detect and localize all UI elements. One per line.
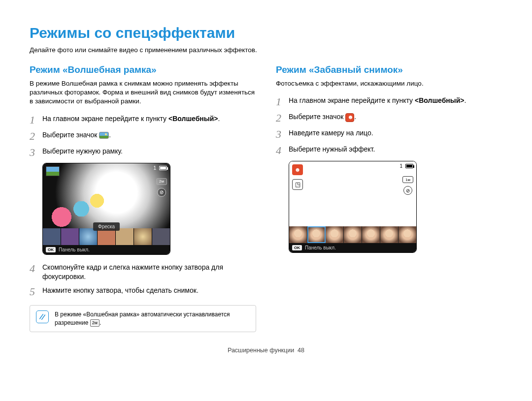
note-text-pre: В режиме «Волшебная рамка» автоматически… <box>55 311 230 326</box>
step-number: 3 <box>30 147 42 158</box>
flash-icon: ⊘ <box>157 188 166 197</box>
frame-thumb <box>43 228 61 245</box>
camera-preview: 1 2м ⊘ <box>43 163 170 228</box>
effect-thumb-selected <box>307 226 326 243</box>
step-text-post: . <box>465 96 466 104</box>
step-number: 1 <box>30 114 42 125</box>
bottom-bar: OK Панель выкл. <box>43 245 170 254</box>
step-1: 1 На главном экране перейдите к пункту <… <box>30 114 256 125</box>
panel-off-label: Панель выкл. <box>59 247 90 252</box>
side-toolbar: 2м ⊘ <box>156 178 167 197</box>
frame-thumb <box>61 228 79 245</box>
step-number: 2 <box>30 130 42 142</box>
effect-thumb <box>380 226 399 243</box>
bottom-bar: OK Панель выкл. <box>289 243 416 252</box>
step-2: 2 Выберите значок . <box>30 130 256 142</box>
page-subtitle: Делайте фото или снимайте видео с примен… <box>30 46 502 54</box>
step-number: 4 <box>30 263 42 274</box>
page-title: Режимы со спецэффектами <box>30 25 502 41</box>
shots-remaining: 1 <box>399 163 402 169</box>
effect-thumb <box>344 226 362 243</box>
step-4: 4 Выберите нужный эффект. <box>276 145 502 156</box>
side-toolbar: 1м ⊘ <box>402 176 413 195</box>
battery-icon <box>159 166 167 170</box>
screenshot-funny-shot: ☻ ◳ 1 1м ⊘ <box>289 161 417 253</box>
page-footer: Расширенные функции 48 <box>30 347 502 354</box>
heading-magic-frame: Режим «Волшебная рамка» <box>30 64 256 75</box>
step-5: 5 Нажмите кнопку затвора, чтобы сделать … <box>30 286 256 297</box>
note-text-post: . <box>100 319 101 326</box>
step-4: 4 Скомпонуйте кадр и слегка нажмите кноп… <box>30 263 256 281</box>
shots-remaining: 1 <box>153 165 156 171</box>
step-text: Выберите значок . <box>289 112 356 122</box>
note-text: В режиме «Волшебная рамка» автоматически… <box>55 310 250 326</box>
mode-icon: ☻ <box>292 164 303 175</box>
step-1: 1 На главном экране перейдите к пункту <… <box>276 96 502 107</box>
note-icon <box>36 310 49 323</box>
heading-funny-shot: Режим «Забавный снимок» <box>276 64 502 75</box>
step-text: На главном экране перейдите к пункту <Во… <box>42 114 220 123</box>
step-text-pre: Выберите значок <box>289 113 345 121</box>
screenshot-magic-frame: 1 2м ⊘ Фреска <box>42 163 170 255</box>
grid-icon: ◳ <box>292 179 303 190</box>
step-text-post: . <box>218 115 220 123</box>
step-text-bold: <Волшебный> <box>415 96 465 104</box>
step-text-post: . <box>354 113 356 121</box>
resolution-badge-inline: 2м <box>90 319 100 326</box>
section-funny-shot: Режим «Забавный снимок» Фотосъемка с эфф… <box>276 64 502 332</box>
step-number: 2 <box>276 112 289 123</box>
step-text: Выберите нужную рамку. <box>42 147 123 156</box>
ok-button-label: OK <box>292 245 302 250</box>
frame-thumb <box>134 228 152 245</box>
preview-artwork <box>43 179 117 228</box>
battery-icon <box>405 164 413 168</box>
panel-off-label: Панель выкл. <box>305 245 336 250</box>
step-text: Выберите значок . <box>42 130 111 140</box>
frame-thumbstrip <box>43 228 170 245</box>
mode-thumb-icon <box>46 166 60 176</box>
step-text-post: . <box>109 131 111 139</box>
frame-name-label: Фреска <box>93 222 120 231</box>
status-bar: 1 <box>153 165 167 171</box>
intro-funny-shot: Фотосъемка с эффектами, искажающими лицо… <box>276 79 502 88</box>
step-3: 3 Наведите камеру на лицо. <box>276 128 502 140</box>
footer-section: Расширенные функции <box>228 347 294 354</box>
frame-thumb <box>152 228 170 245</box>
step-number: 4 <box>276 145 289 156</box>
step-text: Скомпонуйте кадр и слегка нажмите кнопку… <box>42 263 256 281</box>
camera-preview: ☻ ◳ 1 1м ⊘ <box>289 161 416 226</box>
step-text: Нажмите кнопку затвора, чтобы сделать сн… <box>42 286 199 295</box>
status-bar: 1 <box>399 163 413 169</box>
step-number: 3 <box>276 128 289 140</box>
step-text-pre: Выберите значок <box>42 131 99 139</box>
funny-face-icon <box>345 113 354 122</box>
effect-thumbstrip <box>289 226 416 243</box>
step-text: Наведите камеру на лицо. <box>289 128 373 138</box>
flash-icon: ⊘ <box>403 186 412 195</box>
footer-page-number: 48 <box>298 347 304 354</box>
step-3: 3 Выберите нужную рамку. <box>30 147 256 158</box>
ok-button-label: OK <box>46 247 56 252</box>
resolution-badge: 1м <box>402 176 413 183</box>
step-text-bold: <Волшебный> <box>168 115 218 123</box>
step-number: 5 <box>30 286 42 297</box>
frame-thumb <box>98 228 116 245</box>
section-magic-frame: Режим «Волшебная рамка» В режиме Волшебн… <box>30 64 256 332</box>
step-2: 2 Выберите значок . <box>276 112 502 123</box>
effect-thumb <box>289 226 307 243</box>
resolution-badge: 2м <box>156 178 167 185</box>
effect-thumb <box>399 226 416 243</box>
step-number: 1 <box>276 96 289 107</box>
effect-thumb <box>326 226 344 243</box>
note-box: В режиме «Волшебная рамка» автоматически… <box>30 305 256 332</box>
landscape-icon <box>99 132 109 139</box>
frame-thumb <box>79 228 98 245</box>
step-text-pre: На главном экране перейдите к пункту <box>289 96 415 104</box>
intro-magic-frame: В режиме Волшебная рамка к снимкам можно… <box>30 79 256 106</box>
step-text: На главном экране перейдите к пункту <Во… <box>289 96 466 105</box>
effect-thumb <box>362 226 380 243</box>
step-text-pre: На главном экране перейдите к пункту <box>42 115 168 123</box>
step-text: Выберите нужный эффект. <box>289 145 375 154</box>
frame-thumb <box>116 228 134 245</box>
